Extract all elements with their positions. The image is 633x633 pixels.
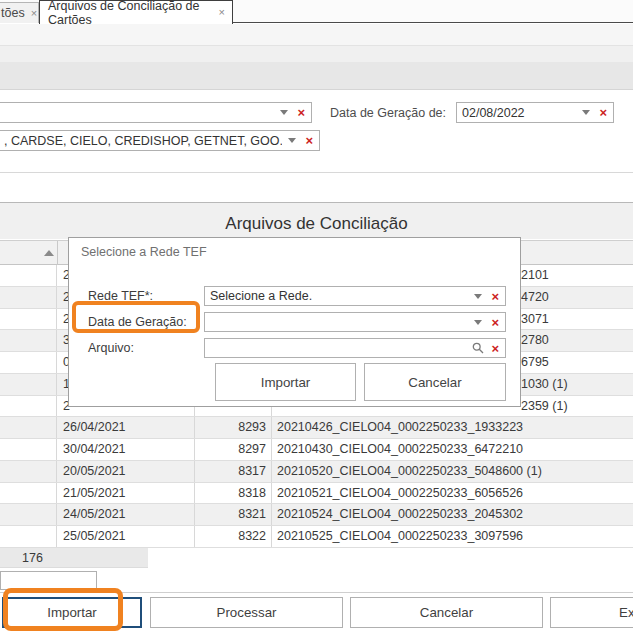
dialog-cancel-button[interactable]: Cancelar bbox=[364, 363, 506, 401]
ribbon-band bbox=[0, 62, 633, 90]
cell-date: 26/04/2021 bbox=[57, 417, 195, 438]
cell-id: 8322 bbox=[195, 526, 272, 547]
search-icon[interactable] bbox=[472, 342, 484, 354]
ribbon-band bbox=[0, 45, 633, 62]
cell-sel bbox=[0, 374, 57, 395]
cell-file: 20210524_CIELO04_0002250233_2045302 bbox=[272, 504, 633, 525]
chevron-down-icon[interactable] bbox=[280, 110, 288, 115]
arquivo-search-field[interactable]: × bbox=[204, 338, 506, 358]
rede-tef-label: Rede TEF*: bbox=[88, 289, 153, 303]
export-button-cut[interactable]: Ex bbox=[550, 597, 633, 628]
select-tef-network-dialog: Selecione a Rede TEF Rede TEF*: Selecion… bbox=[68, 237, 521, 407]
filter-cell-input[interactable] bbox=[0, 571, 97, 590]
process-button[interactable]: Processar bbox=[150, 597, 343, 628]
cell-sel bbox=[0, 396, 57, 417]
clear-icon[interactable]: × bbox=[297, 106, 305, 119]
divider bbox=[0, 592, 633, 593]
tab-bar: tões × Arquivos de Conciliação de Cartõe… bbox=[0, 0, 633, 23]
cell-sel bbox=[0, 265, 57, 286]
cell-sel bbox=[0, 461, 57, 482]
clear-icon[interactable]: × bbox=[599, 106, 607, 119]
network-filter-combobox[interactable]: × bbox=[0, 102, 312, 123]
table-row[interactable]: 24/05/2021832120210524_CIELO04_000225023… bbox=[0, 504, 633, 526]
cell-sel bbox=[0, 309, 57, 330]
close-icon[interactable]: × bbox=[219, 7, 225, 18]
table-row[interactable]: 30/04/2021829720210430_CIELO04_000225023… bbox=[0, 439, 633, 461]
record-count-badge: 176 bbox=[0, 548, 148, 568]
tab-cartoes-partial[interactable]: tões × bbox=[0, 2, 39, 23]
table-row[interactable]: 21/05/2021831820210521_CIELO04_000225023… bbox=[0, 483, 633, 505]
cell-sel bbox=[0, 417, 57, 438]
cell-sel bbox=[0, 526, 57, 547]
page-title: Arquivos de Conciliação bbox=[225, 214, 407, 234]
generation-date-field[interactable]: × bbox=[204, 312, 506, 332]
combobox-value: Selecione a Rede. bbox=[210, 289, 468, 303]
cell-date: 30/04/2021 bbox=[57, 439, 195, 460]
cell-id: 8318 bbox=[195, 483, 272, 504]
tab-label: tões bbox=[1, 6, 25, 20]
card-networks-multiselect[interactable]: , CARDSE, CIELO, CREDISHOP, GETNET, GOO.… bbox=[0, 130, 320, 151]
dialog-import-button[interactable]: Importar bbox=[215, 363, 356, 401]
generation-date-filter-label: Data de Geração de: bbox=[330, 106, 446, 120]
multiselect-value: , CARDSE, CIELO, CREDISHOP, GETNET, GOO.… bbox=[4, 134, 282, 148]
cancel-button[interactable]: Cancelar bbox=[350, 597, 543, 628]
clear-icon[interactable]: × bbox=[491, 342, 499, 355]
generation-date-filter-field[interactable]: 02/08/2022 × bbox=[456, 102, 614, 123]
cell-sel bbox=[0, 352, 57, 373]
chevron-down-icon[interactable] bbox=[474, 320, 482, 325]
import-button[interactable]: Importar bbox=[2, 597, 142, 628]
table-row[interactable]: 26/04/2021829320210426_CIELO04_000225023… bbox=[0, 417, 633, 439]
tab-arquivos-conciliacao[interactable]: Arquivos de Conciliação de Cartões × bbox=[39, 0, 233, 24]
rede-tef-combobox[interactable]: Selecione a Rede. × bbox=[204, 286, 506, 306]
generation-date-label: Data de Geração: bbox=[88, 315, 187, 329]
cell-sel bbox=[0, 504, 57, 525]
cell-file: 20210520_CIELO04_0002250233_5048600 (1) bbox=[272, 461, 633, 482]
cell-sel bbox=[0, 483, 57, 504]
cell-date: 24/05/2021 bbox=[57, 504, 195, 525]
cell-file: 20210430_CIELO04_0002250233_6472210 bbox=[272, 439, 633, 460]
cell-file: 20210426_CIELO04_0002250233_1933223 bbox=[272, 417, 633, 438]
arquivo-label: Arquivo: bbox=[88, 341, 134, 355]
table-row[interactable]: 25/05/2021832220210525_CIELO04_000225023… bbox=[0, 526, 633, 548]
cell-sel bbox=[0, 439, 57, 460]
cell-date: 21/05/2021 bbox=[57, 483, 195, 504]
chevron-down-icon[interactable] bbox=[288, 138, 296, 143]
ribbon-band bbox=[0, 24, 633, 45]
section-title-band: Arquivos de Conciliação bbox=[0, 203, 633, 239]
sort-asc-icon[interactable] bbox=[44, 250, 54, 256]
chevron-down-icon[interactable] bbox=[582, 110, 590, 115]
cell-id: 8321 bbox=[195, 504, 272, 525]
cell-id: 8317 bbox=[195, 461, 272, 482]
cell-sel bbox=[0, 287, 57, 308]
table-row[interactable]: 20/05/2021831720210520_CIELO04_000225023… bbox=[0, 461, 633, 483]
tab-label: Arquivos de Conciliação de Cartões bbox=[48, 0, 219, 27]
cell-id: 8297 bbox=[195, 439, 272, 460]
clear-icon[interactable]: × bbox=[491, 290, 499, 303]
date-value: 02/08/2022 bbox=[462, 106, 576, 120]
app-window: tões × Arquivos de Conciliação de Cartõe… bbox=[0, 0, 633, 633]
cell-file: 20210525_CIELO04_0002250233_3097596 bbox=[272, 526, 633, 547]
clear-icon[interactable]: × bbox=[305, 134, 313, 147]
cell-file: 20210521_CIELO04_0002250233_6056526 bbox=[272, 483, 633, 504]
dialog-title: Selecione a Rede TEF bbox=[81, 245, 207, 259]
close-icon[interactable]: × bbox=[31, 8, 37, 19]
cell-date: 25/05/2021 bbox=[57, 526, 195, 547]
cell-date: 20/05/2021 bbox=[57, 461, 195, 482]
divider bbox=[0, 172, 633, 173]
cell-sel bbox=[0, 330, 57, 351]
chevron-down-icon[interactable] bbox=[474, 294, 482, 299]
cell-id: 8293 bbox=[195, 417, 272, 438]
column-divider bbox=[57, 241, 58, 265]
clear-icon[interactable]: × bbox=[491, 316, 499, 329]
